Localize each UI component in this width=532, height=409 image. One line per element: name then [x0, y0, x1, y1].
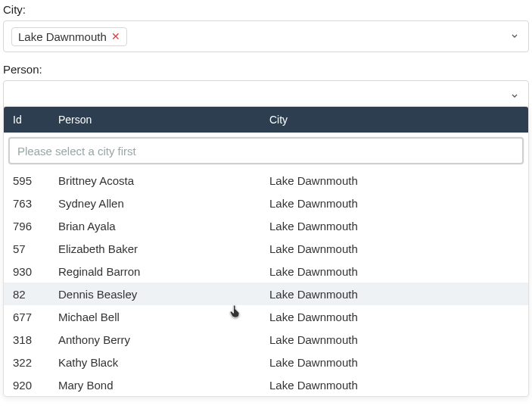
column-header-person: Person: [58, 114, 269, 126]
chevron-down-icon: [510, 90, 519, 103]
city-select[interactable]: Lake Dawnmouth ✕: [3, 20, 529, 52]
person-dropdown-panel: Id Person City 595Brittney AcostaLake Da…: [3, 106, 529, 126]
column-header-city: City: [269, 114, 519, 126]
city-chip: Lake Dawnmouth ✕: [11, 27, 127, 46]
person-label: Person:: [3, 63, 529, 76]
table-header: Id Person City: [4, 107, 528, 126]
city-chip-text: Lake Dawnmouth: [18, 30, 107, 43]
chevron-down-icon: [510, 30, 519, 43]
column-header-id: Id: [13, 114, 58, 126]
close-icon[interactable]: ✕: [111, 31, 120, 42]
city-label: City:: [3, 3, 529, 16]
